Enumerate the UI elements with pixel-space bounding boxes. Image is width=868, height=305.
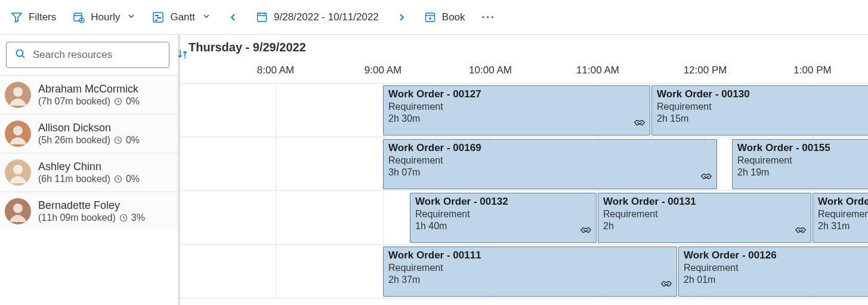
resource-booked: (5h 26m booked) [38,135,110,146]
resource-pct: 0% [126,174,140,184]
work-order-requirement: Requirement [388,155,712,166]
work-order-title: Work Order - 00111 [388,249,672,261]
svg-point-13 [13,165,23,174]
calendar-plus-icon [424,11,436,23]
search-icon [15,48,26,62]
time-tick: 9:00 AM [365,64,401,76]
work-order-block[interactable]: Work Order - 00127Requirement2h 30m [383,85,650,135]
work-order-requirement: Requirement [603,209,806,220]
svg-rect-4 [157,17,161,19]
schedule-board: Abraham McCormick(7h 07m booked)0%Alliso… [0,35,868,305]
time-tick: 12:00 PM [684,64,727,76]
resource-name: Allison Dickson [38,122,140,135]
work-order-title: Work Order - 00131 [603,196,806,208]
work-order-duration: 3h 07m [388,167,712,178]
svg-rect-3 [155,15,159,16]
time-tick: 11:00 AM [576,64,619,76]
work-order-block[interactable]: Work Order - 00111Requirement2h 37m [383,247,677,297]
next-range-button[interactable] [396,13,407,22]
resource-booked: (11h 09m booked) [38,212,116,223]
prev-range-button[interactable] [227,13,239,22]
work-order-title: Work Order - 00126 [684,249,868,261]
svg-point-11 [13,126,23,135]
calendar-clock-icon [73,11,85,23]
work-order-requirement: Requirement [818,209,868,220]
resource-name: Abraham McCormick [38,83,140,96]
resource-row[interactable]: Allison Dickson(5h 26m booked)0% [0,114,178,153]
work-order-duration: 2h 19m [737,167,868,178]
work-order-duration: 2h 31m [818,221,868,232]
work-order-duration: 2h 01m [684,275,868,285]
avatar [5,82,31,108]
timeline-panel: Thursday - 9/29/2022 8:00 AM9:00 AM10:00… [180,35,868,305]
time-tick: 1:00 PM [793,64,831,76]
work-order-block[interactable]: Work Order - 00140Requirement2h 31m [813,193,868,243]
clock-icon [114,136,122,144]
work-order-requirement: Requirement [684,263,868,273]
resource-row[interactable]: Ashley Chinn(6h 11m booked)0% [0,153,178,192]
date-range-button[interactable]: 9/28/2022 - 10/11/2022 [256,11,379,23]
handshake-icon [700,170,713,185]
work-order-duration: 2h 15m [657,113,868,124]
svg-rect-0 [74,13,82,21]
resource-booked: (7h 07m booked) [38,96,110,107]
svg-point-9 [13,87,23,97]
work-order-title: Work Order - 00155 [737,142,868,154]
handshake-icon [633,116,646,131]
timeline-row[interactable]: Work Order - 00132Requirement1h 40mWork … [180,191,868,245]
resource-name: Bernadette Foley [38,199,145,212]
clock-icon [119,214,128,222]
work-order-duration: 2h 30m [388,113,645,124]
time-scale-label: Hourly [91,11,120,23]
handshake-icon [660,277,673,292]
chevron-down-icon [202,11,211,23]
timeline-row[interactable]: Work Order - 00169Requirement3h 07mWork … [180,137,868,191]
book-button[interactable]: Book [424,11,465,23]
chevron-down-icon [127,11,135,23]
filters-button[interactable]: Filters [11,11,56,23]
svg-point-15 [13,204,23,213]
work-order-duration: 2h [603,221,806,232]
time-tick: 10:00 AM [469,64,512,76]
work-order-title: Work Order - 00132 [415,196,591,208]
more-actions-button[interactable]: ··· [482,11,496,23]
avatar [5,159,31,186]
time-tick: 8:00 AM [257,64,294,76]
timeline-row[interactable]: Work Order - 00111Requirement2h 37mWork … [180,245,868,298]
filters-label: Filters [29,11,56,23]
resource-panel: Abraham McCormick(7h 07m booked)0%Alliso… [0,35,180,305]
resource-pct: 0% [126,135,140,146]
clock-icon [114,97,122,106]
work-order-block[interactable]: Work Order - 00132Requirement1h 40m [410,193,597,243]
resource-row[interactable]: Abraham McCormick(7h 07m booked)0% [0,75,178,114]
work-order-block[interactable]: Work Order - 00130Requirement2h 15m [651,85,868,135]
time-scale-dropdown[interactable]: Hourly [73,11,135,23]
resource-row[interactable]: Bernadette Foley(11h 09m booked)3% [0,192,178,230]
view-dropdown[interactable]: Gantt [152,11,211,23]
handshake-icon [579,223,592,239]
work-order-block[interactable]: Work Order - 00155Requirement2h 19m [732,139,868,189]
work-order-requirement: Requirement [657,101,868,112]
work-order-duration: 2h 37m [388,275,672,285]
svg-rect-6 [258,13,267,21]
search-resources-input[interactable] [6,42,169,68]
work-order-block[interactable]: Work Order - 00126Requirement2h 01m [678,247,868,297]
clock-icon [114,175,122,183]
avatar [5,198,31,224]
work-order-requirement: Requirement [388,101,645,112]
view-label: Gantt [170,11,195,23]
work-order-title: Work Order - 00140 [818,196,868,208]
book-label: Book [442,11,465,23]
svg-point-8 [17,50,23,56]
handshake-icon [794,223,807,239]
work-order-block[interactable]: Work Order - 00169Requirement3h 07m [383,139,717,189]
avatar [5,121,31,147]
day-header: Thursday - 9/29/2022 [180,35,868,57]
toolbar: Filters Hourly Gantt [0,0,868,35]
work-order-duration: 1h 40m [415,221,591,232]
timeline-row[interactable]: Work Order - 00127Requirement2h 30mWork … [180,84,868,137]
search-resources-field[interactable] [32,48,160,61]
work-order-title: Work Order - 00130 [657,88,868,100]
work-order-block[interactable]: Work Order - 00131Requirement2h [598,193,811,243]
svg-rect-5 [155,20,157,21]
